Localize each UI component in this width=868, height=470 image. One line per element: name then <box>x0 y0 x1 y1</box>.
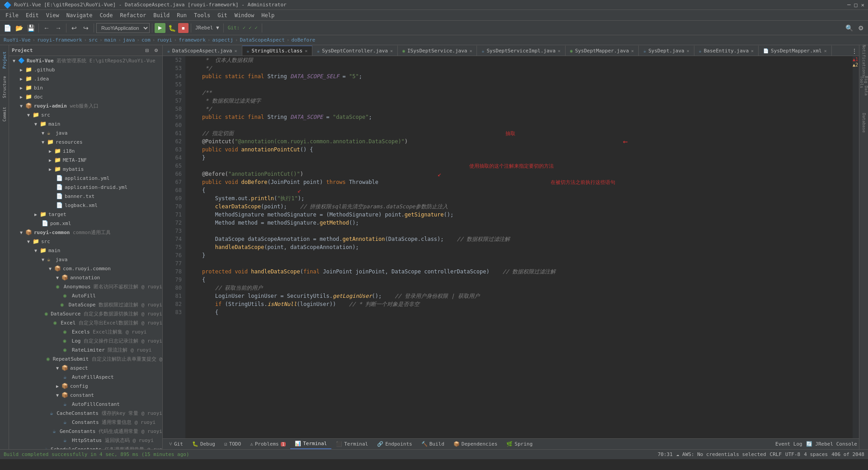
nav-framework[interactable]: framework <box>179 37 206 43</box>
sidebar-content[interactable]: ▼ 🔷 RuoYi-Vue 若依管理系统 E:\gitRepos2\RuoYi-… <box>9 56 162 449</box>
tree-item-doc[interactable]: ▶ 📁 doc <box>9 92 162 101</box>
tab-close-btn[interactable]: ✕ <box>390 48 393 53</box>
nav-src[interactable]: src <box>89 37 98 43</box>
tree-item-ratelimiter[interactable]: ◉ RateLimiter 限流注解 @ ruoyi <box>9 345 162 354</box>
nav-aspectj[interactable]: aspectj <box>212 37 233 43</box>
title-controls[interactable]: ─ □ ✕ <box>847 2 864 8</box>
bottom-tab-git[interactable]: ⑂ Git <box>165 439 188 449</box>
tree-item-ruoyi-common[interactable]: ▼ 📦 ruoyi-common common通用工具 <box>9 228 162 237</box>
tree-item-java2[interactable]: ▼ ☕ java <box>9 255 162 264</box>
maximize-btn[interactable]: □ <box>854 2 858 8</box>
tree-item-mybatis[interactable]: ▶ 📁 mybatis <box>9 164 162 174</box>
indent[interactable]: 4 spaces <box>804 451 828 457</box>
tree-item-appdruidyml[interactable]: 📄 application-druid.yml <box>9 183 162 192</box>
redo-btn[interactable]: ↪ <box>80 23 91 33</box>
tab-close-btn[interactable]: ✕ <box>687 48 689 53</box>
menu-git[interactable]: Git <box>214 11 231 19</box>
tab-close-btn[interactable]: ✕ <box>234 48 237 53</box>
menu-edit[interactable]: Edit <box>22 11 42 19</box>
structure-tool[interactable]: Structure <box>0 74 9 100</box>
tab-datascopeaspect[interactable]: ☕ DataScopeAspect.java ✕ <box>163 46 242 56</box>
search-everywhere-btn[interactable]: 🔍 <box>844 23 854 33</box>
tree-item-datascope[interactable]: ◉ DataScope 数据权限过滤注解 @ ruoyi <box>9 300 162 309</box>
code-area[interactable]: * 仅本人数据权限 */ public static final String … <box>185 56 853 438</box>
menu-refactor[interactable]: Refactor <box>116 11 150 19</box>
stop-btn[interactable]: ■ <box>178 23 189 33</box>
tree-item-config-pkg[interactable]: ▶ 📦 config <box>9 381 162 390</box>
tree-item-excel[interactable]: ◉ Excel 自定义导出Excel数据注解 @ ruoyi <box>9 318 162 327</box>
settings-btn[interactable]: ⚙ <box>855 23 866 33</box>
tree-item-httpstatus[interactable]: ☕ HttpStatus 返回状态码 @ ruoyi <box>9 436 162 445</box>
tree-item-repeatsubmit[interactable]: ◉ RepeatSubmit 自定义注解防止表单重复提交 @ <box>9 354 162 363</box>
tree-item-autofillaspect[interactable]: ☕ AutoFillAspect <box>9 372 162 381</box>
nav-dobefore[interactable]: doBefore <box>291 37 315 43</box>
bottom-tab-build[interactable]: 🔨 Build <box>417 439 449 449</box>
tree-item-target[interactable]: ▶ 📁 target <box>9 210 162 219</box>
nav-module[interactable]: ruoyi-framework <box>37 37 82 43</box>
bottom-tab-profiler[interactable]: 📊 Terminal <box>290 439 331 449</box>
tree-item-logbackxml[interactable]: 📄 logback.xml <box>9 201 162 210</box>
tab-close-btn[interactable]: ✕ <box>824 48 827 53</box>
project-tool[interactable]: Project <box>0 47 9 73</box>
jrebel-console-btn[interactable]: 🔄 JRebel Console <box>806 441 857 447</box>
tree-item-annotation-pkg[interactable]: ▼ 📦 annotation <box>9 273 162 282</box>
tree-item-genconst[interactable]: ☕ GenConstants 代码生成通用常量 @ ruoyi <box>9 427 162 436</box>
bottom-tab-todo[interactable]: ☑ TODO <box>220 439 245 449</box>
tree-item-root[interactable]: ▼ 🔷 RuoYi-Vue 若依管理系统 E:\gitRepos2\RuoYi-… <box>9 56 162 65</box>
tree-item-idea[interactable]: ▶ 📁 .idea <box>9 74 162 83</box>
tree-item-autofilconst[interactable]: ☕ AutoFillConstant <box>9 400 162 409</box>
encoding[interactable]: UTF-8 <box>785 451 800 457</box>
tab-sysdeptmapper[interactable]: ◉ SysDeptMapper.java ✕ <box>566 46 639 56</box>
menu-code[interactable]: Code <box>96 11 117 19</box>
tree-item-comruoyi[interactable]: ▼ 📦 com.ruoyi.common <box>9 264 162 273</box>
tree-item-appyml[interactable]: 📄 application.yml <box>9 174 162 183</box>
menu-tools[interactable]: Tools <box>190 11 214 19</box>
big-data-tools[interactable]: Big Data Tools <box>859 76 868 108</box>
close-btn[interactable]: ✕ <box>861 2 864 8</box>
back-btn[interactable]: ← <box>41 23 52 33</box>
tab-sysdept[interactable]: ☕ SysDept.java ✕ <box>639 46 694 56</box>
tab-close-btn[interactable]: ✕ <box>305 48 307 53</box>
commit-tool[interactable]: Commit <box>0 101 9 127</box>
tree-item-bannertxt[interactable]: 📄 banner.txt <box>9 192 162 201</box>
bottom-tab-debug[interactable]: 🐛 Debug <box>188 439 220 449</box>
nav-datascopeaspect[interactable]: DataScopeAspect <box>240 37 284 43</box>
bottom-tab-terminal[interactable]: ⬛ Terminal <box>331 439 373 449</box>
nav-com[interactable]: com <box>142 37 151 43</box>
tab-baseentity[interactable]: ☕ BaseEntity.java ✕ <box>694 46 759 56</box>
tree-item-pomxml[interactable]: 📄 pom.xml <box>9 219 162 228</box>
tree-item-log[interactable]: ◉ Log 自定义操作日志记录注解 @ ruoyi <box>9 336 162 345</box>
tree-item-src2[interactable]: ▼ 📁 src <box>9 237 162 246</box>
more-tabs-btn[interactable]: ⋮ <box>850 47 859 56</box>
nav-project[interactable]: RuoYi-Vue <box>4 37 31 43</box>
tab-sysdeptmapperxml[interactable]: 📄 SysDeptMapper.xml ✕ <box>759 46 832 56</box>
collapse-all-btn[interactable]: ⊟ <box>143 47 151 54</box>
line-ending[interactable]: CRLF <box>770 451 782 457</box>
tree-item-metainf[interactable]: ▶ 📁 META-INF <box>9 155 162 164</box>
tab-sysdeptserviceimpl[interactable]: ☕ SysDeptServiceImpl.java ✕ <box>477 46 565 56</box>
tab-stringutils[interactable]: ☕ StringUtils.class ✕ <box>242 46 313 56</box>
tree-item-aspect-pkg[interactable]: ▼ 📦 aspect <box>9 363 162 372</box>
run-btn[interactable]: ▶ <box>155 23 165 33</box>
open-btn[interactable]: 📂 <box>14 23 24 33</box>
tab-sysdeptcontroller[interactable]: ☕ SysDeptController.java ✕ <box>312 46 398 56</box>
bottom-tab-endpoints[interactable]: 🔗 Endpoints <box>373 439 417 449</box>
tree-item-excels[interactable]: ◉ Excels Excel注解集 @ ruoyi <box>9 327 162 336</box>
bottom-tab-problems[interactable]: ⚠ Problems 1 <box>245 439 290 449</box>
menu-window[interactable]: Window <box>231 11 258 19</box>
menu-run[interactable]: Run <box>173 11 190 19</box>
database-tool[interactable]: Database <box>862 109 866 136</box>
tree-item-src1[interactable]: ▼ 📁 src <box>9 110 162 119</box>
undo-btn[interactable]: ↩ <box>69 23 80 33</box>
forward-btn[interactable]: → <box>53 23 64 33</box>
settings-sidebar-btn[interactable]: ⚙ <box>152 47 160 54</box>
tree-item-java1[interactable]: ▼ ☕ java <box>9 128 162 137</box>
menu-view[interactable]: View <box>42 11 63 19</box>
tree-item-resources[interactable]: ▼ 📁 resources <box>9 137 162 146</box>
tree-item-main1[interactable]: ▼ 📁 main <box>9 119 162 128</box>
tab-close-btn[interactable]: ✕ <box>558 48 561 53</box>
tree-item-ruoyi-admin[interactable]: ▼ 📦 ruoyi-admin web服务入口 <box>9 101 162 110</box>
run-config-dropdown[interactable]: RuoYiApplication <box>96 23 150 33</box>
minimize-btn[interactable]: ─ <box>847 2 850 8</box>
nav-java[interactable]: java <box>123 37 135 43</box>
